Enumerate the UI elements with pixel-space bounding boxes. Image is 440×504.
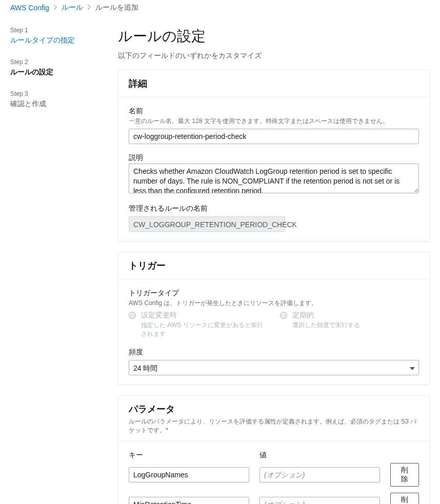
frequency-select[interactable]: 24 時間 [129,360,419,375]
page-title: ルールの設定 [118,27,430,46]
delete-row-button[interactable]: 削除 [390,463,419,487]
trigger-option-periodic[interactable]: 定期的 選択した頻度で実行する [280,311,419,338]
trigger-panel: トリガー トリガータイプ AWS Config は、トリガーが発生したときにリソ… [118,252,430,385]
step-label: Step 3 [10,90,97,97]
trigger-type-help: AWS Config は、トリガーが発生したときにリソースを評価します。 [129,299,419,308]
step-title: ルールタイプの指定 [10,36,97,45]
parameters-help: ルールのパラメータにより、リソースを評価する属性が定義されます。例えば、必須のタ… [129,417,419,435]
param-key-input[interactable] [129,467,249,482]
name-input[interactable] [129,129,419,144]
trigger-opt-title: 設定変更時 [141,311,268,320]
delete-row-button[interactable]: 削除 [390,493,419,504]
parameters-panel: パラメータ ルールのパラメータにより、リソースを評価する属性が定義されます。例え… [118,395,430,504]
trigger-type-label: トリガータイプ [129,289,419,298]
trigger-opt-title: 定期的 [292,311,360,320]
radio-icon [129,312,136,319]
wizard-sidebar: Step 1 ルールタイプの指定 Step 2 ルールの設定 Step 3 確認… [10,27,97,504]
param-key-header: キー [129,451,249,460]
trigger-option-config-change[interactable]: 設定変更時 指定した AWS リソースに変更があると実行されます [129,311,268,338]
parameters-header: パラメータ ルールのパラメータにより、リソースを評価する属性が定義されます。例え… [118,396,429,441]
frequency-label: 頻度 [129,348,419,357]
param-value-header: 値 [259,451,380,460]
managed-rule-label: 管理されるルールの名前 [129,204,419,213]
trigger-opt-help: 選択した頻度で実行する [292,321,360,330]
step-label: Step 1 [10,27,97,34]
trigger-header: トリガー [118,252,429,279]
param-value-input[interactable] [259,497,380,504]
description-textarea[interactable]: Checks whether Amazon CloudWatch LogGrou… [129,164,419,193]
param-value-input[interactable] [259,467,380,482]
param-key-input[interactable] [129,497,249,504]
step-label: Step 2 [10,58,97,66]
description-label: 説明 [129,153,419,163]
param-row: 削除 [129,493,419,504]
breadcrumb-root[interactable]: AWS Config [10,4,49,12]
breadcrumb: AWS Config ルール ルールを追加 [10,3,430,12]
step-title: 確認と作成 [10,99,97,109]
sidebar-step-3: Step 3 確認と作成 [10,90,97,109]
managed-rule-value: CW_LOGGROUP_RETENTION_PERIOD_CHECK [129,216,285,232]
name-help: 一意のルール名。最大 128 文字を使用できます。特殊文字またはスペースは使用で… [129,117,419,126]
param-row: 削除 [129,463,419,487]
chevron-right-icon [53,4,57,12]
sidebar-step-1[interactable]: Step 1 ルールタイプの指定 [10,27,97,45]
name-label: 名前 [129,107,419,116]
trigger-opt-help: 指定した AWS リソースに変更があると実行されます [141,321,268,338]
details-header: 詳細 [118,70,429,97]
page-subtitle: 以下のフィールドのいずれかをカスタマイズ [118,51,430,61]
breadcrumb-current: ルールを追加 [95,3,138,12]
chevron-right-icon [87,4,91,12]
details-panel: 詳細 名前 一意のルール名。最大 128 文字を使用できます。特殊文字またはスペ… [118,70,430,241]
breadcrumb-rules[interactable]: ルール [62,3,83,12]
sidebar-step-2: Step 2 ルールの設定 [10,58,97,77]
step-title: ルールの設定 [10,68,97,77]
radio-icon [280,312,287,319]
